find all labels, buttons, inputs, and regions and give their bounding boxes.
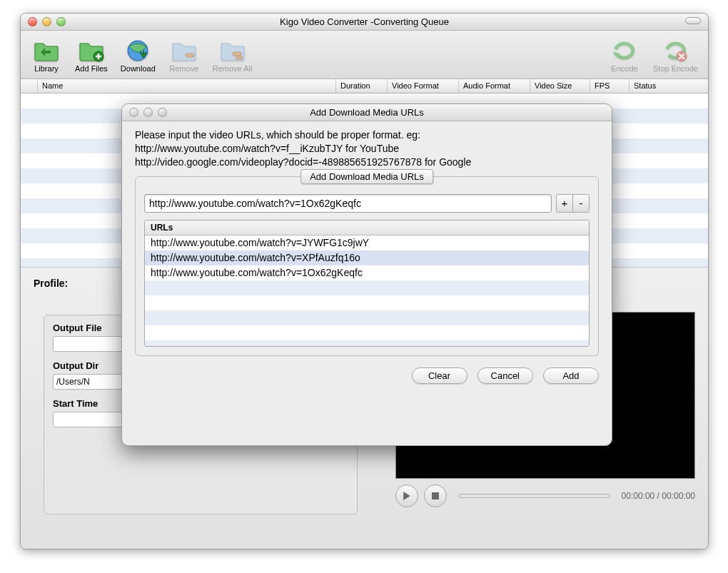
remove-label: Remove [169, 64, 198, 73]
dialog-desc-line2: http://www.youtube.com/watch?v=f__iKzubT… [135, 142, 599, 156]
svg-rect-3 [233, 52, 241, 56]
start-time-input[interactable] [53, 412, 131, 427]
url-input-field[interactable] [144, 194, 552, 213]
queue-table-header: Name Duration Video Format Audio Format … [21, 79, 708, 93]
stop-encode-icon [662, 37, 689, 64]
th-fps[interactable]: FPS [590, 79, 630, 93]
th-video-format[interactable]: Video Format [388, 79, 459, 93]
th-audio-format[interactable]: Audio Format [459, 79, 530, 93]
url-list: URLs http://www.youtube.com/watch?v=JYWF… [144, 220, 590, 347]
encode-button[interactable]: Encode [603, 34, 646, 76]
dialog-title: Add Download Media URLs [122, 107, 612, 118]
url-input-group: Add Download Media URLs + - URLs http://… [135, 176, 599, 356]
url-list-item[interactable]: http://www.youtube.com/watch?v=JYWFG1c9j… [145, 235, 589, 250]
dialog-minimize-button[interactable] [143, 108, 153, 117]
th-status[interactable]: Status [630, 79, 708, 93]
dialog-titlebar: Add Download Media URLs [122, 104, 612, 121]
add-url-button[interactable]: + [556, 194, 573, 213]
url-list-body[interactable]: http://www.youtube.com/watch?v=JYWFG1c9j… [145, 235, 589, 347]
dialog-description: Please input the video URLs, which shoul… [135, 128, 599, 169]
url-list-item[interactable]: http://www.youtube.com/watch?v=XPfAuzfq1… [145, 250, 589, 265]
remove-url-button[interactable]: - [572, 194, 590, 213]
svg-rect-2 [186, 54, 194, 57]
group-legend: Add Download Media URLs [300, 169, 433, 184]
stop-encode-button[interactable]: Stop Encode [647, 34, 704, 76]
profile-label: Profile: [34, 278, 68, 289]
remove-button[interactable]: Remove [163, 34, 206, 76]
encode-label: Encode [611, 64, 637, 73]
url-list-header[interactable]: URLs [145, 220, 589, 235]
dialog-desc-line3: http://video.google.com/videoplay?docid=… [135, 156, 599, 169]
zoom-window-button[interactable] [56, 17, 66, 26]
toolbar-toggle-button[interactable] [685, 17, 701, 24]
cancel-button[interactable]: Cancel [477, 367, 533, 384]
minimize-window-button[interactable] [42, 17, 51, 26]
dialog-close-button[interactable] [129, 108, 138, 117]
stop-encode-label: Stop Encode [653, 64, 698, 73]
library-button[interactable]: Library [25, 34, 68, 76]
close-window-button[interactable] [28, 17, 37, 26]
add-files-button[interactable]: Add Files [69, 34, 113, 76]
preview-controls: 00:00:00 / 00:00:00 [395, 482, 695, 510]
th-duration[interactable]: Duration [336, 79, 388, 93]
library-label: Library [34, 64, 59, 73]
add-files-icon [78, 37, 105, 64]
download-button[interactable]: Download [115, 34, 161, 76]
remove-icon [171, 37, 198, 64]
remove-all-icon [219, 37, 246, 64]
clear-button[interactable]: Clear [412, 367, 467, 384]
svg-rect-6 [432, 492, 439, 500]
svg-rect-4 [236, 56, 243, 59]
download-label: Download [121, 64, 156, 73]
download-icon [124, 37, 151, 64]
add-button[interactable]: Add [543, 367, 599, 384]
dialog-desc-line1: Please input the video URLs, which shoul… [135, 128, 599, 142]
encode-icon [611, 37, 638, 64]
window-title: Kigo Video Converter -Converting Queue [21, 16, 708, 27]
th-name[interactable]: Name [38, 79, 336, 93]
main-toolbar: Library Add Files Download Remove [21, 31, 708, 79]
library-icon [33, 37, 60, 64]
th-empty[interactable] [21, 79, 38, 93]
dialog-zoom-button[interactable] [158, 108, 167, 117]
url-list-item[interactable]: http://www.youtube.com/watch?v=1Ox62gKeq… [145, 265, 589, 280]
add-download-urls-dialog: Add Download Media URLs Please input the… [121, 103, 612, 446]
add-files-label: Add Files [75, 64, 108, 73]
preview-scrubber[interactable] [458, 494, 610, 498]
preview-time-display: 00:00:00 / 00:00:00 [622, 491, 695, 501]
remove-all-button[interactable]: Remove All [207, 34, 258, 76]
remove-all-label: Remove All [213, 64, 253, 73]
stop-button[interactable] [424, 485, 447, 507]
th-video-size[interactable]: Video Size [530, 79, 590, 93]
main-titlebar: Kigo Video Converter -Converting Queue [21, 14, 708, 31]
play-button[interactable] [395, 485, 418, 507]
